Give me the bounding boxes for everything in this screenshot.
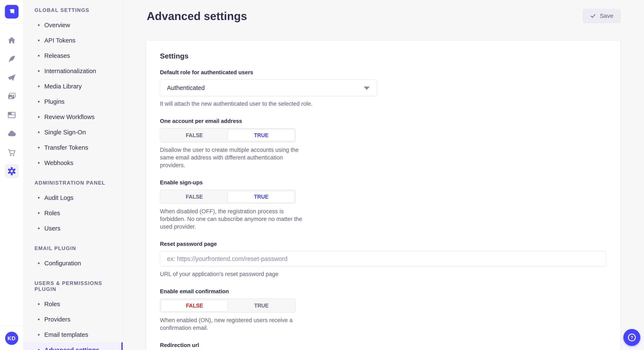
- select-value: Authenticated: [167, 84, 205, 91]
- toggle-option-true[interactable]: TRUE: [228, 191, 295, 203]
- field-description: When disabled (OFF), the registration pr…: [160, 207, 305, 230]
- email-confirmation-toggle: FALSE TRUE: [160, 299, 296, 313]
- toggle-option-true[interactable]: TRUE: [228, 129, 295, 141]
- bullet-dot: [38, 55, 40, 57]
- bullet-dot: [38, 212, 40, 214]
- sidebar-item-admin-users[interactable]: Users: [24, 221, 123, 236]
- bullet-dot: [38, 349, 40, 350]
- sidebar-item-email-configuration[interactable]: Configuration: [24, 256, 123, 271]
- field-label: Redirection url: [160, 342, 607, 349]
- field-label: Reset password page: [160, 241, 607, 247]
- field-reset-password: Reset password page URL of your applicat…: [160, 241, 607, 278]
- bullet-dot: [38, 334, 40, 336]
- sidebar-item-internationalization[interactable]: Internationalization: [24, 63, 123, 79]
- field-redirection-url: Redirection url: [160, 342, 607, 350]
- bullet-dot: [38, 262, 40, 264]
- bullet-dot: [38, 147, 40, 149]
- rail-icon-list: [0, 24, 23, 180]
- bullet-dot: [38, 116, 40, 118]
- field-email-confirmation: Enable email confirmation FALSE TRUE Whe…: [160, 288, 607, 332]
- home-icon[interactable]: [2, 31, 21, 49]
- cloud-icon[interactable]: [2, 124, 21, 143]
- logo-container: [0, 0, 23, 24]
- reset-password-input[interactable]: [160, 251, 606, 266]
- sidebar-item-single-sign-on[interactable]: Single Sign-On: [24, 125, 123, 140]
- bullet-dot: [38, 131, 40, 133]
- sidebar-item-media-library[interactable]: Media Library: [24, 79, 123, 94]
- sidebar-item-email-templates[interactable]: Email templates: [24, 327, 123, 342]
- help-button[interactable]: ?: [623, 329, 640, 346]
- bullet-dot: [38, 197, 40, 199]
- bullet-dot: [38, 24, 40, 26]
- feather-icon[interactable]: [2, 49, 21, 68]
- section-header-email-plugin: EMAIL PLUGIN: [24, 245, 123, 251]
- gear-icon[interactable]: [5, 164, 19, 178]
- svg-text:?: ?: [630, 335, 633, 340]
- sign-ups-toggle: FALSE TRUE: [160, 190, 296, 204]
- save-button[interactable]: Save: [583, 9, 620, 23]
- paper-plane-icon[interactable]: [2, 68, 21, 87]
- field-sign-ups: Enable sign-ups FALSE TRUE When disabled…: [160, 179, 607, 230]
- bullet-dot: [38, 85, 40, 87]
- media-icon[interactable]: [2, 87, 21, 106]
- bullet-dot: [38, 319, 40, 320]
- rail-footer: KD: [0, 326, 23, 350]
- toggle-option-true[interactable]: TRUE: [228, 300, 295, 312]
- bullet-dot: [38, 70, 40, 72]
- bullet-dot: [38, 39, 40, 41]
- sidebar-item-releases[interactable]: Releases: [24, 48, 123, 63]
- strapi-logo[interactable]: [5, 5, 18, 18]
- icon-rail: KD: [0, 0, 24, 350]
- one-account-toggle: FALSE TRUE: [160, 128, 296, 142]
- field-label: Default role for authenticated users: [160, 69, 607, 76]
- sidebar-item-plugins[interactable]: Plugins: [24, 94, 123, 109]
- sidebar-item-advanced-settings[interactable]: Advanced settings: [24, 342, 123, 350]
- sidebar-item-providers[interactable]: Providers: [24, 312, 123, 327]
- cart-icon[interactable]: [2, 143, 21, 162]
- sidebar-item-review-workflows[interactable]: Review Workflows: [24, 109, 123, 125]
- strapi-logo-glyph: [8, 8, 16, 15]
- main-content: Advanced settings Save Settings Default …: [123, 0, 644, 350]
- section-header-global-settings: GLOBAL SETTINGS: [24, 7, 123, 13]
- toggle-option-false[interactable]: FALSE: [161, 300, 228, 312]
- sidebar-item-audit-logs[interactable]: Audit Logs: [24, 190, 123, 205]
- sidebar-item-overview[interactable]: Overview: [24, 17, 123, 33]
- bullet-dot: [38, 162, 40, 164]
- toggle-option-false[interactable]: FALSE: [161, 191, 228, 203]
- sidebar-item-up-roles[interactable]: Roles: [24, 296, 123, 312]
- avatar[interactable]: KD: [5, 332, 18, 345]
- sidebar-item-admin-roles[interactable]: Roles: [24, 205, 123, 221]
- section-header-administration-panel: ADMINISTRATION PANEL: [24, 180, 123, 186]
- field-one-account: One account per email address FALSE TRUE…: [160, 118, 607, 169]
- settings-subnav: GLOBAL SETTINGS Overview API Tokens Rele…: [24, 0, 123, 350]
- bullet-dot: [38, 227, 40, 229]
- field-label: One account per email address: [160, 118, 607, 124]
- question-mark-icon: ?: [627, 333, 637, 342]
- page-title: Advanced settings: [147, 9, 620, 23]
- layout-icon[interactable]: [2, 106, 21, 124]
- field-description: Disallow the user to create multiple acc…: [160, 146, 305, 169]
- sidebar-item-transfer-tokens[interactable]: Transfer Tokens: [24, 140, 123, 155]
- field-label: Enable email confirmation: [160, 288, 607, 295]
- field-helper: URL of your application's reset password…: [160, 270, 607, 278]
- bullet-dot: [38, 101, 40, 103]
- page-header: Advanced settings Save: [123, 0, 644, 23]
- card-heading: Settings: [160, 52, 607, 60]
- check-icon: [590, 13, 596, 19]
- sidebar-item-api-tokens[interactable]: API Tokens: [24, 33, 123, 48]
- toggle-option-false[interactable]: FALSE: [161, 129, 228, 141]
- sidebar-item-webhooks[interactable]: Webhooks: [24, 155, 123, 171]
- settings-card: Settings Default role for authenticated …: [146, 41, 620, 350]
- field-helper: It will attach the new authenticated use…: [160, 100, 607, 108]
- field-label: Enable sign-ups: [160, 179, 607, 186]
- default-role-select[interactable]: Authenticated: [160, 80, 377, 96]
- section-header-users-permissions-plugin: USERS & PERMISSIONS PLUGIN: [24, 280, 123, 292]
- bullet-dot: [38, 303, 40, 305]
- field-default-role: Default role for authenticated users Aut…: [160, 69, 607, 108]
- chevron-down-icon: [364, 87, 370, 90]
- field-description: When enabled (ON), new registered users …: [160, 316, 305, 332]
